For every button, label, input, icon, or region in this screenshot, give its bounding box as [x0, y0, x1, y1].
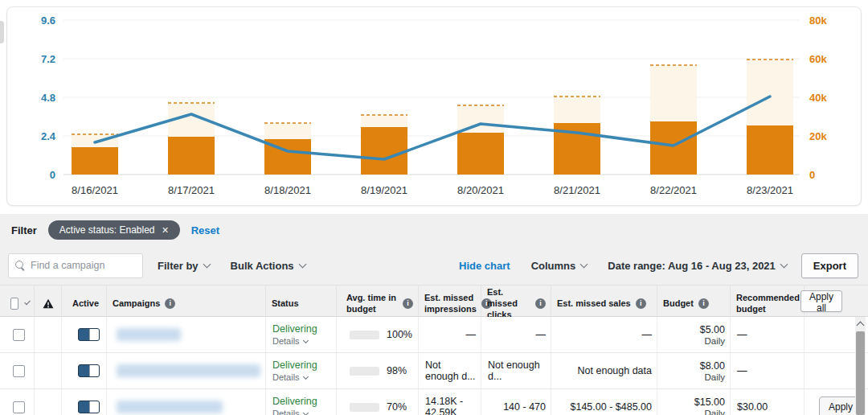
bulk-actions-dropdown[interactable]: Bulk Actions [231, 260, 305, 272]
recommended-budget-cell: $30.00 [730, 389, 804, 415]
collapsed-panel-handle[interactable] [0, 21, 4, 43]
est-missed-impressions-cell: — [418, 317, 481, 352]
table-scrollbar[interactable] [855, 317, 866, 415]
x-axis-date-label: 8/20/2021 [457, 184, 504, 196]
table-toolbar: Filter by Bulk Actions Hide chart Column… [0, 246, 868, 285]
filter-label: Filter [11, 224, 37, 236]
est-missed-clicks-cell: Not enough d... [481, 353, 551, 388]
chevron-down-icon [580, 260, 588, 268]
export-button[interactable]: Export [801, 253, 858, 278]
info-icon[interactable]: i [698, 298, 709, 309]
right-axis-tick: 60k [809, 53, 827, 65]
x-axis-date-label: 8/22/2021 [650, 184, 697, 196]
recommended-budget-zone [554, 97, 600, 123]
info-icon[interactable]: i [636, 298, 646, 309]
info-icon[interactable]: i [165, 298, 175, 309]
recommended-budget-zone [747, 60, 793, 125]
info-icon[interactable]: i [403, 298, 413, 309]
left-axis-tick: 7.2 [41, 53, 55, 65]
info-icon[interactable]: i [535, 298, 546, 309]
x-axis-date-label: 8/18/2021 [264, 184, 311, 196]
budget-cell: $5.00 Daily [657, 317, 730, 352]
avg-time-in-budget-cell: 98% [336, 353, 418, 388]
avg-time-in-budget-cell: 70% [336, 389, 418, 415]
time-in-budget-bar [350, 331, 379, 339]
search-input[interactable] [31, 260, 127, 271]
details-expander[interactable]: Details [272, 336, 308, 346]
time-in-budget-bar [350, 367, 379, 376]
est-missed-impressions-cell: 14.18K - 42.59K [418, 389, 481, 415]
scrollbar-thumb[interactable] [856, 331, 865, 415]
scroll-up-icon[interactable] [855, 317, 866, 330]
table-header-row: Active Campaigns i Status Avg. time in b… [0, 285, 868, 317]
recommended-budget-zone [361, 115, 407, 127]
row-warning-cell [34, 353, 61, 388]
avg-time-in-budget-cell: 100% [336, 317, 418, 352]
status-cell: Delivering Details [265, 317, 336, 352]
chevron-down-icon [303, 409, 309, 415]
campaign-name-redacted[interactable] [117, 364, 260, 377]
hide-chart-link[interactable]: Hide chart [459, 260, 510, 272]
chevron-down-icon [303, 373, 309, 379]
active-filter-label: Active status: Enabled [59, 224, 155, 236]
warning-icon [43, 298, 54, 309]
details-expander[interactable]: Details [272, 372, 308, 382]
budget-cell: $8.00 Daily [657, 353, 730, 388]
filter-by-dropdown[interactable]: Filter by [158, 260, 210, 272]
reset-filters-link[interactable]: Reset [191, 224, 219, 236]
spend-bar [650, 121, 697, 175]
time-in-budget-bar [350, 403, 379, 412]
budget-cell: $15.00 Daily [657, 389, 730, 415]
status-cell: Delivering Details [265, 353, 336, 388]
spend-bar [72, 147, 118, 175]
active-toggle[interactable] [78, 364, 100, 377]
left-axis-tick: 4.8 [41, 92, 55, 104]
budget-performance-chart: 002.420k4.840k7.260k9.680k8/16/20218/17/… [7, 7, 861, 205]
spend-bar [168, 137, 215, 175]
details-expander[interactable]: Details [272, 409, 308, 415]
budget-chart-card: 002.420k4.840k7.260k9.680k8/16/20218/17/… [6, 6, 862, 206]
apply-all-button[interactable]: Apply all [800, 290, 842, 312]
est-missed-impressions-cell: Not enough d... [418, 353, 481, 388]
recommended-budget-zone [650, 65, 697, 121]
status-delivering: Delivering [272, 360, 317, 371]
active-filter-pill: Active status: Enabled × [48, 220, 180, 240]
active-toggle[interactable] [78, 328, 100, 341]
right-axis-tick: 0 [809, 169, 815, 181]
est-missed-clicks-cell: — [481, 317, 551, 352]
x-axis-date-label: 8/19/2021 [361, 184, 407, 196]
row-checkbox[interactable] [13, 329, 25, 341]
recommended-budget-zone [264, 123, 311, 139]
select-menu-chevron-icon[interactable] [24, 299, 31, 306]
row-checkbox[interactable] [13, 401, 25, 413]
filter-bar: Filter Active status: Enabled × Reset [0, 214, 868, 246]
recommended-budget-cell: — [730, 353, 804, 388]
columns-dropdown[interactable]: Columns [531, 260, 588, 272]
right-axis-tick: 20k [809, 130, 827, 142]
table-row: Delivering Details 100% — — — $5.00 Dail… [0, 317, 868, 353]
recommended-budget-cell: — [730, 317, 804, 352]
right-axis-tick: 40k [809, 92, 827, 104]
x-axis-date-label: 8/17/2021 [168, 184, 215, 196]
right-axis-tick: 80k [809, 14, 827, 27]
active-toggle[interactable] [78, 401, 100, 413]
table-body: Delivering Details 100% — — — $5.00 Dail… [0, 317, 868, 415]
x-axis-date-label: 8/16/2021 [72, 184, 118, 196]
left-axis-tick: 9.6 [41, 14, 55, 27]
campaign-search[interactable] [8, 253, 143, 278]
left-axis-tick: 0 [50, 169, 55, 181]
campaign-name-redacted[interactable] [117, 401, 223, 413]
select-all-checkbox[interactable] [10, 298, 18, 310]
chevron-down-icon [303, 337, 309, 343]
row-checkbox[interactable] [13, 365, 25, 377]
chevron-down-icon [780, 260, 788, 268]
left-axis-tick: 2.4 [41, 130, 56, 142]
remove-filter-icon[interactable]: × [162, 224, 169, 236]
row-warning-cell [34, 317, 61, 352]
status-delivering: Delivering [272, 323, 317, 335]
est-missed-sales-cell: — [551, 317, 657, 352]
campaign-name-redacted[interactable] [117, 328, 181, 341]
date-range-dropdown[interactable]: Date range: Aug 16 - Aug 23, 2021 [608, 260, 787, 272]
spend-bar [457, 133, 504, 175]
table-row: Delivering Details 70% 14.18K - 42.59K 1… [0, 389, 868, 415]
